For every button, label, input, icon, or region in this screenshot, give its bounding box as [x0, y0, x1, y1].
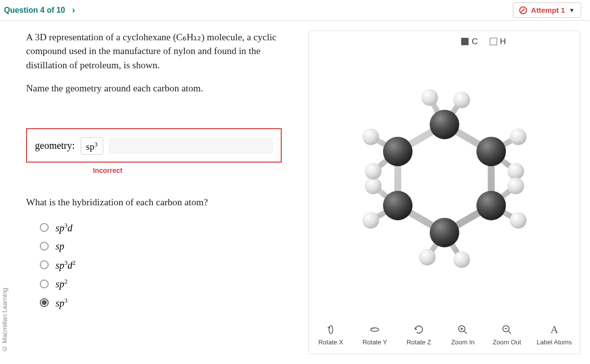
rotate-z-button[interactable]: Rotate Z — [402, 322, 436, 348]
rotate-z-icon — [413, 324, 424, 336]
zoom-out-button[interactable]: Zoom Out — [490, 322, 524, 348]
svg-point-20 — [362, 212, 379, 228]
rotate-x-icon — [325, 324, 336, 336]
svg-point-27 — [430, 218, 459, 247]
button-label: Label Atoms — [537, 338, 572, 346]
button-label: Zoom In — [451, 338, 475, 346]
label-atoms-icon: A — [550, 324, 558, 336]
geometry-answer-box: geometry: sp3 — [26, 128, 282, 163]
question-prompt-1: A 3D representation of a cyclohexane (C₆… — [26, 30, 298, 72]
svg-point-13 — [453, 91, 470, 108]
attempt-label: Attempt 1 — [531, 6, 565, 14]
zoom-in-button[interactable]: Zoom In — [445, 322, 480, 348]
option-label: sp3d2 — [56, 259, 76, 271]
prohibited-icon — [519, 6, 527, 14]
rotate-y-icon — [369, 324, 380, 336]
button-label: Rotate X — [318, 338, 343, 346]
hybridization-options: sp3d sp sp3d2 sp2 sp3 — [26, 222, 298, 309]
option-sp3[interactable]: sp3 — [40, 297, 298, 309]
svg-point-26 — [476, 191, 506, 220]
svg-line-33 — [464, 331, 467, 334]
question-hybridization: What is the hybridization of each carbon… — [26, 197, 298, 208]
svg-point-30 — [329, 326, 332, 334]
geometry-answer-chip[interactable]: sp3 — [81, 137, 103, 155]
viewer-toolbar: Rotate X Rotate Y Rotate Z Zoom In — [309, 318, 580, 354]
button-label: Rotate Y — [362, 338, 387, 346]
svg-point-24 — [430, 110, 459, 139]
svg-point-14 — [510, 128, 527, 145]
option-label: sp3 — [56, 297, 67, 309]
radio-icon — [40, 223, 49, 232]
zoom-in-icon — [457, 324, 468, 336]
button-label: Rotate Z — [407, 338, 431, 346]
option-label: sp — [56, 241, 64, 252]
rotate-x-button[interactable]: Rotate X — [314, 322, 348, 348]
geometry-label: geometry: — [35, 140, 75, 151]
question-prompt-2: Name the geometry around each carbon ato… — [26, 83, 298, 94]
svg-point-29 — [383, 137, 413, 166]
question-header: Question 4 of 10 › Attempt 1 ▼ — [0, 0, 590, 21]
feedback-incorrect: Incorrect — [93, 167, 298, 174]
svg-point-17 — [507, 177, 524, 194]
option-sp3d[interactable]: sp3d — [40, 222, 298, 234]
option-sp2[interactable]: sp2 — [40, 278, 298, 290]
svg-point-12 — [421, 89, 438, 106]
svg-point-16 — [510, 212, 527, 228]
option-label: sp3d — [56, 222, 72, 234]
question-panel: A 3D representation of a cyclohexane (C₆… — [23, 30, 298, 354]
zoom-out-icon — [502, 324, 512, 336]
svg-point-23 — [365, 163, 382, 179]
svg-point-19 — [419, 249, 436, 265]
option-sp[interactable]: sp — [40, 241, 298, 252]
question-number-text: Question 4 of 10 — [4, 6, 65, 15]
radio-icon — [40, 298, 49, 307]
content: © Macmillan Learning A 3D representation… — [0, 21, 590, 364]
rotate-y-button[interactable]: Rotate Y — [357, 322, 392, 348]
svg-point-15 — [507, 163, 524, 179]
caret-down-icon: ▼ — [569, 7, 575, 14]
label-atoms-button[interactable]: A Label Atoms — [534, 322, 575, 348]
attempt-dropdown[interactable]: Attempt 1 ▼ — [513, 2, 581, 18]
copyright-watermark: © Macmillan Learning — [0, 30, 13, 354]
button-label: Zoom Out — [493, 338, 521, 346]
geometry-input[interactable] — [109, 139, 273, 153]
svg-point-18 — [453, 251, 470, 268]
svg-point-25 — [476, 137, 506, 166]
option-label: sp2 — [56, 278, 67, 290]
svg-line-37 — [508, 331, 511, 334]
svg-point-28 — [383, 191, 413, 220]
radio-icon — [40, 242, 49, 251]
molecule-viewer-panel: C H — [308, 30, 580, 354]
svg-point-21 — [365, 177, 382, 194]
molecule-viewer[interactable] — [309, 31, 580, 318]
option-sp3d2[interactable]: sp3d2 — [40, 259, 298, 271]
cyclohexane-molecule — [341, 75, 548, 281]
svg-point-22 — [362, 128, 379, 145]
radio-icon — [40, 260, 49, 269]
next-question-chevron[interactable]: › — [72, 5, 75, 15]
radio-icon — [40, 280, 49, 288]
question-number: Question 4 of 10 › — [4, 5, 75, 15]
